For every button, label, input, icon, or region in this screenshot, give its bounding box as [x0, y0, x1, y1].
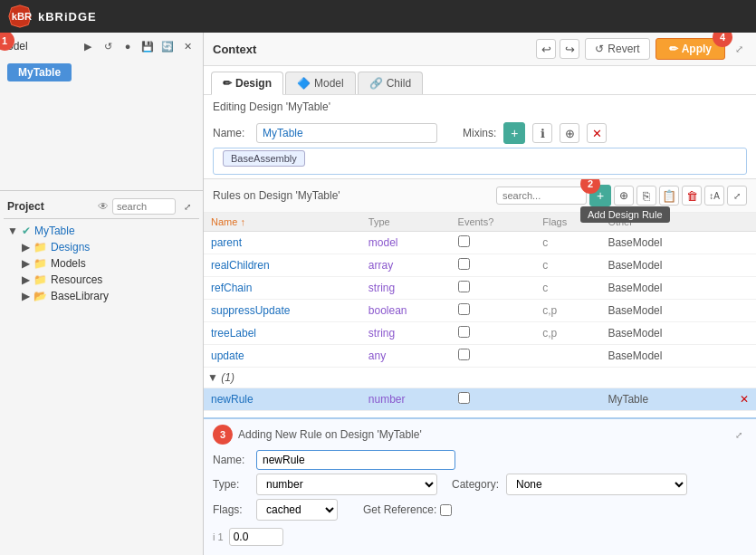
events-checkbox-parent[interactable]	[458, 235, 470, 247]
tree-label-models: Models	[51, 257, 86, 270]
events-checkbox-treelabel[interactable]	[458, 326, 470, 338]
child-tab-label: Child	[387, 77, 411, 90]
rule-name-suppressupdate: suppressUpdate	[204, 300, 361, 322]
refresh-icon[interactable]: ↺	[100, 38, 116, 54]
add-category-select[interactable]: None	[506, 474, 687, 495]
table-row[interactable]: parent model c BaseModel	[204, 232, 756, 254]
mytable-badge[interactable]: MyTable	[7, 63, 72, 81]
rules-search-input[interactable]	[496, 187, 587, 205]
folder-resources-icon: 📁	[33, 273, 47, 286]
rule-name-update: update	[204, 345, 361, 368]
events-checkbox-realchildren[interactable]	[458, 258, 470, 270]
expand-project-icon[interactable]: ⤢	[179, 198, 196, 215]
mixin-action-1[interactable]: ℹ	[532, 123, 552, 143]
tab-design[interactable]: ✏ Design	[211, 72, 283, 95]
table-row[interactable]: realChildren array c BaseModel	[204, 254, 756, 277]
remove-mixin-button[interactable]: ✕	[587, 123, 607, 143]
tab-child[interactable]: 🔗 Child	[358, 72, 423, 94]
maximize-addrule-icon[interactable]: ⤢	[731, 426, 747, 443]
rule-type-newrule: number	[361, 388, 451, 411]
events-checkbox-suppressupdate[interactable]	[458, 303, 470, 315]
project-search-input[interactable]	[112, 198, 176, 215]
rule-type-update: any	[361, 345, 451, 368]
group-label: (1)	[221, 371, 234, 384]
folder-models-icon: 📁	[33, 257, 47, 270]
events-checkbox-newrule[interactable]	[458, 392, 470, 404]
add-name-input[interactable]	[256, 450, 455, 470]
get-ref-checkbox[interactable]	[440, 504, 452, 516]
delete-rule-button[interactable]: 🗑	[682, 186, 702, 206]
checkbox-icon: ✔	[22, 225, 31, 237]
flags-treelabel: c,p	[535, 322, 600, 345]
revert-label: Revert	[608, 43, 639, 55]
add-category-label: Category:	[452, 478, 499, 491]
selected-rule-row[interactable]: newRule number MyTable ✕	[204, 388, 756, 411]
name-label: Name:	[213, 127, 249, 139]
table-row[interactable]: suppressUpdate boolean c,p BaseModel	[204, 300, 756, 322]
add-type-select[interactable]: number	[256, 474, 437, 495]
add-name-label: Name:	[213, 454, 249, 466]
rule-type-refchain: string	[361, 277, 451, 300]
design-tab-label: Design	[235, 77, 272, 90]
editing-label: Editing Design 'MyTable'	[204, 95, 756, 119]
table-row[interactable]: refChain string c BaseModel	[204, 277, 756, 300]
expand-models-icon: ▶	[22, 257, 30, 270]
bullet-icon[interactable]: ●	[120, 38, 136, 54]
tree-label-resources: Resources	[51, 273, 102, 286]
expand-rules-icon[interactable]: ⤢	[727, 186, 747, 206]
design-tab-icon: ✏	[223, 77, 232, 90]
add-rule-tooltip: Add Design Rule	[580, 206, 670, 223]
table-row[interactable]: treeLabel string c,p BaseModel	[204, 322, 756, 345]
rule-type-suppressupdate: boolean	[361, 300, 451, 322]
add-rule-title: Adding New Rule on Design 'MyTable'	[238, 428, 422, 441]
close-left-icon[interactable]: ✕	[179, 38, 196, 54]
redo-button[interactable]: ↪	[560, 39, 579, 59]
mixin-action-2[interactable]: ⊕	[560, 123, 579, 143]
tree-item-models[interactable]: ▶ 📁 Models	[18, 255, 199, 272]
tree-label-baselibrary: BaseLibrary	[51, 290, 109, 302]
flags-realchildren: c	[535, 254, 600, 277]
revert-button[interactable]: ↺ Revert	[585, 38, 649, 60]
project-title: Project	[7, 200, 44, 213]
tree-item-baselibrary[interactable]: ▶ 📂 BaseLibrary	[18, 288, 199, 304]
child-tab-icon: 🔗	[369, 77, 383, 90]
col-name[interactable]: Name ↑	[204, 213, 361, 232]
copy-rule-button[interactable]: ⎘	[636, 186, 656, 206]
group-header-row: ▼ (1)	[204, 368, 756, 388]
paste-rule-button[interactable]: 📋	[659, 186, 679, 206]
rule-type-treelabel: string	[361, 322, 451, 345]
sort-rule-button[interactable]: ↕A	[704, 186, 724, 206]
tree-item-designs[interactable]: ▶ 📁 Designs	[18, 239, 199, 255]
events-checkbox-update[interactable]	[458, 349, 470, 360]
get-ref-label: Get Reference:	[363, 503, 452, 516]
model-tab-icon: 🔷	[297, 77, 311, 90]
table-row[interactable]: update any BaseModel	[204, 345, 756, 368]
add-flags-label: Flags:	[213, 503, 249, 516]
rule-name-newrule: newRule	[204, 388, 361, 411]
undo-button[interactable]: ↩	[536, 39, 556, 59]
reload-icon[interactable]: 🔄	[159, 38, 176, 54]
value-input[interactable]	[229, 528, 283, 546]
revert-icon: ↺	[595, 43, 604, 55]
name-input[interactable]	[256, 123, 437, 143]
add-mixin-button[interactable]: +	[503, 122, 525, 144]
delete-newrule-icon[interactable]: ✕	[716, 388, 756, 411]
eye-icon: 👁	[98, 200, 109, 213]
badge-4: 4	[713, 33, 732, 47]
app-title: kBRiDGE	[38, 10, 97, 24]
tab-model[interactable]: 🔷 Model	[285, 72, 356, 94]
tree-item-mytable[interactable]: ▼ ✔ MyTable	[4, 223, 199, 239]
rule-name-parent: parent	[204, 232, 361, 254]
play-icon[interactable]: ▶	[80, 38, 96, 54]
tabs-row: ✏ Design 🔷 Model 🔗 Child	[204, 66, 756, 95]
other-update: BaseModel	[600, 345, 716, 368]
other-treelabel: BaseModel	[600, 322, 716, 345]
add-flags-select[interactable]: cached	[256, 499, 338, 521]
collapse-group-icon[interactable]: ▼	[207, 371, 218, 384]
maximize-context-icon[interactable]: ⤢	[731, 41, 747, 57]
value-index-label: i 1	[213, 531, 224, 542]
tree-item-resources[interactable]: ▶ 📁 Resources	[18, 272, 199, 288]
add-rule-type-button[interactable]: ⊕	[614, 186, 634, 206]
events-checkbox-refchain[interactable]	[458, 281, 470, 292]
save-icon[interactable]: 💾	[139, 38, 156, 54]
